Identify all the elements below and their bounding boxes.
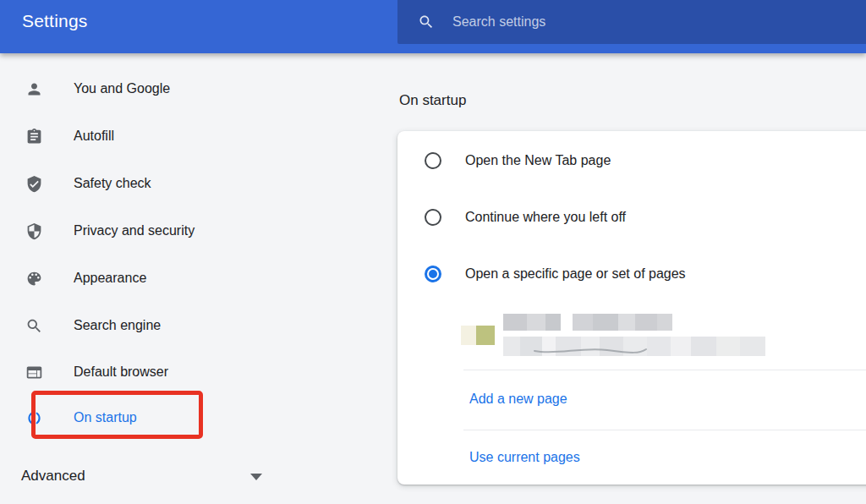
radio-button[interactable] — [425, 152, 441, 169]
chevron-down-icon — [250, 474, 262, 480]
on-startup-card: Open the New Tab page Continue where you… — [397, 131, 866, 485]
sidebar-item-label: On startup — [74, 410, 137, 425]
advanced-label: Advanced — [21, 468, 85, 485]
radio-button-selected[interactable] — [425, 266, 441, 282]
appearance-icon — [25, 270, 43, 288]
sidebar-item-privacy-and-security[interactable]: Privacy and security — [0, 214, 271, 248]
safety-check-icon — [25, 175, 43, 193]
sidebar-item-default-browser[interactable]: Default browser — [0, 355, 271, 389]
radio-option-label: Continue where you left off — [465, 210, 626, 225]
radio-option-label: Open a specific page or set of pages — [465, 266, 686, 282]
search-engine-icon — [25, 317, 43, 335]
section-title: On startup — [399, 92, 466, 109]
radio-button[interactable] — [425, 209, 441, 226]
search-icon — [418, 14, 435, 30]
use-current-pages-link[interactable]: Use current pages — [469, 450, 580, 465]
sidebar-item-label: Safety check — [74, 176, 151, 191]
divider — [463, 370, 866, 370]
sidebar-item-label: Autofill — [74, 129, 114, 144]
page-favicon — [476, 326, 495, 345]
radio-option-new-tab[interactable]: Open the New Tab page — [397, 141, 866, 180]
page-favicon — [461, 326, 476, 345]
advanced-toggle[interactable]: Advanced — [0, 462, 271, 490]
radio-option-specific-pages[interactable]: Open a specific page or set of pages — [397, 255, 866, 293]
sidebar-item-label: You and Google — [74, 81, 170, 96]
person-icon — [25, 80, 43, 98]
sidebar-item-label: Appearance — [74, 271, 146, 286]
default-browser-icon — [25, 364, 43, 381]
redacted-text-line — [503, 337, 765, 356]
redacted-page-entry — [397, 309, 866, 364]
divider — [463, 430, 866, 430]
radio-option-continue[interactable]: Continue where you left off — [397, 198, 866, 237]
sidebar-item-label: Privacy and security — [74, 223, 195, 238]
app-header: Settings Search settings — [0, 0, 866, 53]
sidebar-item-label: Search engine — [74, 318, 161, 333]
sidebar-item-label: Default browser — [74, 364, 168, 380]
autofill-icon — [25, 128, 43, 145]
add-new-page-link[interactable]: Add a new page — [469, 392, 567, 407]
page-title: Settings — [22, 11, 87, 31]
redacted-text-line — [503, 314, 672, 331]
sidebar-item-safety-check[interactable]: Safety check — [0, 167, 271, 200]
sidebar-item-search-engine[interactable]: Search engine — [0, 309, 271, 342]
settings-search-field[interactable]: Search settings — [397, 0, 866, 44]
sidebar-item-you-and-google[interactable]: You and Google — [0, 72, 271, 106]
sidebar-item-appearance[interactable]: Appearance — [0, 261, 271, 295]
sidebar-item-on-startup[interactable]: On startup — [0, 401, 271, 435]
search-placeholder: Search settings — [452, 14, 545, 30]
privacy-security-icon — [25, 222, 43, 240]
sidebar-item-autofill[interactable]: Autofill — [0, 119, 271, 153]
radio-option-label: Open the New Tab page — [465, 153, 611, 168]
on-startup-icon — [25, 409, 43, 427]
